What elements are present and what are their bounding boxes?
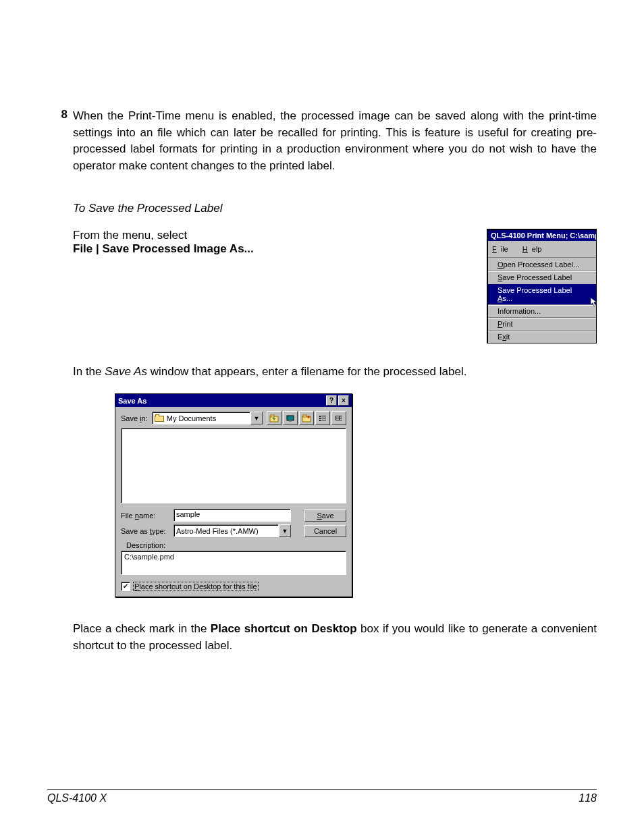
saveas-dialog: Save As ? × Save in: My Documents ▼ bbox=[115, 393, 352, 597]
cursor-icon bbox=[591, 298, 599, 307]
shortcut-checkbox-label[interactable]: Place shortcut on Desktop for this file bbox=[133, 582, 259, 591]
menu-help[interactable]: Help bbox=[518, 242, 550, 256]
menu-dropdown: Open Processed Label... Save Processed L… bbox=[488, 258, 596, 343]
step-text: When the Print-Time menu is enabled, the… bbox=[73, 108, 597, 175]
subheading: To Save the Processed Label bbox=[73, 202, 597, 215]
menu-item-save[interactable]: Save Processed Label bbox=[488, 271, 596, 283]
svg-rect-6 bbox=[303, 415, 306, 417]
file-list[interactable] bbox=[121, 428, 346, 503]
paragraph-shortcut: Place a check mark in the Place shortcut… bbox=[73, 621, 597, 654]
folder-icon bbox=[155, 414, 164, 422]
paragraph-saveas-intro: In the Save As window that appears, ente… bbox=[73, 364, 597, 381]
step-block: 8 When the Print-Time menu is enabled, t… bbox=[47, 108, 597, 175]
menu-item-info[interactable]: Information... bbox=[488, 304, 596, 317]
svg-rect-11 bbox=[319, 420, 321, 421]
description-input[interactable]: C:\sample.pmd bbox=[121, 551, 346, 575]
svg-rect-14 bbox=[321, 420, 326, 420]
svg-rect-19 bbox=[339, 416, 340, 420]
desktop-icon[interactable] bbox=[283, 411, 298, 425]
instruction-text: From the menu, select File | Save Proces… bbox=[73, 229, 460, 343]
svg-rect-10 bbox=[319, 418, 321, 419]
page-footer: QLS-4100 X 118 bbox=[47, 789, 597, 804]
close-button[interactable]: × bbox=[338, 395, 349, 406]
window-title: QLS-4100 Print Menu; C:\samp bbox=[488, 230, 596, 241]
saveas-toolbar bbox=[267, 411, 346, 425]
savein-dropdown-arrow[interactable]: ▼ bbox=[250, 412, 263, 424]
saveas-title-text: Save As bbox=[118, 397, 146, 405]
svg-rect-2 bbox=[271, 415, 274, 417]
menu-file[interactable]: File bbox=[488, 242, 516, 256]
savetype-dropdown[interactable]: Astro-Med Files (*.AMW) bbox=[173, 524, 279, 537]
savetype-dropdown-arrow[interactable]: ▼ bbox=[279, 524, 291, 537]
print-menu-window: QLS-4100 Print Menu; C:\samp File Help O… bbox=[487, 229, 597, 343]
filename-input[interactable]: sample bbox=[173, 509, 291, 522]
menu-item-print[interactable]: Print bbox=[488, 317, 596, 330]
svg-marker-0 bbox=[591, 298, 597, 306]
shortcut-checkbox[interactable]: ✔ bbox=[121, 582, 130, 591]
svg-rect-13 bbox=[321, 418, 326, 418]
savetype-label: Save as type: bbox=[121, 527, 169, 535]
cancel-button[interactable]: Cancel bbox=[304, 525, 346, 537]
filename-label: File name: bbox=[121, 512, 169, 520]
svg-rect-9 bbox=[319, 416, 321, 417]
footer-page: 118 bbox=[579, 792, 597, 804]
menu-item-saveas[interactable]: Save Processed Label As... bbox=[488, 283, 596, 304]
instruction-line2: File | Save Processed Image As... bbox=[73, 242, 460, 256]
up-folder-icon[interactable] bbox=[267, 411, 281, 425]
instruction-line1: From the menu, select bbox=[73, 229, 460, 242]
list-view-icon[interactable] bbox=[315, 411, 330, 425]
help-button[interactable]: ? bbox=[326, 395, 337, 406]
description-label: Description: bbox=[126, 541, 346, 549]
svg-rect-18 bbox=[336, 416, 336, 420]
savein-dropdown[interactable]: My Documents bbox=[152, 412, 250, 424]
svg-rect-4 bbox=[289, 420, 292, 422]
menu-item-open[interactable]: Open Processed Label... bbox=[488, 258, 596, 271]
savein-label: Save in: bbox=[121, 414, 148, 422]
footer-left: QLS-4100 X bbox=[47, 792, 107, 804]
svg-rect-3 bbox=[287, 416, 294, 420]
save-button[interactable]: Save bbox=[304, 509, 346, 522]
menubar: File Help bbox=[488, 241, 596, 258]
svg-rect-12 bbox=[321, 416, 326, 416]
new-folder-icon[interactable] bbox=[299, 411, 314, 425]
saveas-titlebar: Save As ? × bbox=[115, 394, 352, 407]
details-view-icon[interactable] bbox=[331, 411, 346, 425]
step-number: 8 bbox=[47, 108, 73, 175]
menu-item-exit[interactable]: Exit bbox=[488, 330, 596, 343]
